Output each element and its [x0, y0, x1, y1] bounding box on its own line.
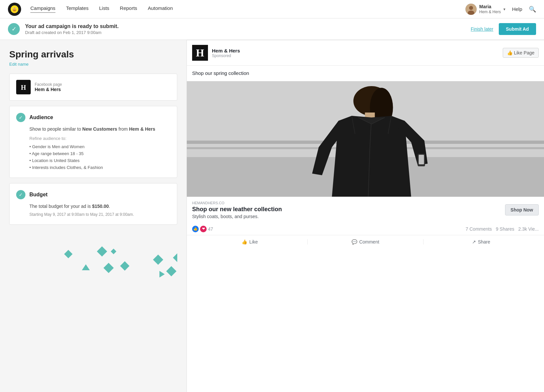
avatar	[465, 4, 477, 15]
refine-label: Refine audience to:	[29, 135, 170, 142]
fb-preview-sponsored: Sponsored	[212, 53, 503, 58]
budget-title: Budget	[29, 192, 48, 198]
budget-dates: Starting May 9, 2017 at 9:00am to May 21…	[29, 212, 170, 218]
like-page-button[interactable]: 👍 Like Page	[503, 48, 539, 58]
audience-card: ✓ Audience Show to people similar to New…	[9, 106, 177, 178]
fb-page-name-left: Hem & Hers	[35, 87, 62, 92]
reaction-stats: 7 Comments 9 Shares 2.3k Vie...	[466, 226, 539, 232]
fb-ad-url: HEMANDHERS.CO	[192, 201, 501, 205]
user-name: Maria	[479, 4, 501, 10]
diamond-6	[153, 254, 163, 265]
comment-label: Comment	[359, 239, 379, 245]
fb-preview-page-info: Hem & Hers Sponsored	[212, 48, 503, 58]
fb-reactions-row: 👍 ❤ 47 7 Comments 9 Shares 2.3k Vie...	[187, 223, 544, 235]
diamond-8	[166, 266, 176, 276]
comments-count: 7 Comments	[466, 226, 492, 232]
refine-interests: • Interests includes Clothes, & Fashion	[29, 164, 170, 171]
like-icon: 👍	[242, 239, 247, 245]
refine-gender: • Gender is Men and Women	[29, 144, 170, 150]
reaction-count: 47	[208, 226, 213, 232]
fb-ad-preview: H Hem & Hers Sponsored 👍 Like Page Shop …	[187, 40, 544, 392]
decorative-diamonds	[9, 238, 177, 291]
fb-page-info: Facebook page Hem & Hers	[35, 82, 62, 92]
audience-check-icon: ✓	[16, 113, 25, 122]
budget-card: ✓ Budget The total budget for your ad is…	[9, 183, 177, 225]
triangle-1	[159, 271, 165, 278]
audience-desc: Show to people similar to New Customers …	[29, 125, 170, 133]
submit-ad-button[interactable]: Submit Ad	[499, 23, 536, 35]
user-menu[interactable]: Maria Hem & Hers ▾	[465, 4, 505, 15]
fb-comment-button[interactable]: 💬 Comment	[308, 237, 423, 247]
logo[interactable]	[8, 3, 21, 16]
svg-text:H: H	[196, 47, 204, 59]
fb-preview-header: H Hem & Hers Sponsored 👍 Like Page	[187, 40, 544, 66]
audience-body: Show to people similar to New Customers …	[16, 125, 170, 171]
nav-links: Campaigns Templates Lists Reports Automa…	[30, 5, 465, 13]
fb-ad-desc: Stylish coats, boots, and purses.	[192, 214, 501, 219]
fb-ad-content-row: HEMANDHERS.CO Shop our new leather colle…	[187, 197, 544, 223]
reaction-icons: 👍 ❤ 47	[192, 226, 213, 232]
budget-header: ✓ Budget	[16, 190, 170, 199]
diamond-5	[120, 261, 129, 271]
svg-rect-21	[419, 155, 424, 164]
audience-title: Audience	[29, 114, 53, 120]
finish-later-button[interactable]: Finish later	[471, 26, 493, 32]
fb-page-label: Facebook page	[35, 82, 62, 87]
fb-preview-page-name: Hem & Hers	[212, 48, 503, 53]
svg-point-7	[469, 6, 473, 10]
check-icon: ✓	[8, 23, 20, 35]
budget-desc: The total budget for your ad is $150.00.	[29, 203, 170, 210]
diamond-4	[103, 263, 114, 273]
help-link[interactable]: Help	[512, 6, 522, 12]
share-label: Share	[478, 239, 490, 245]
fb-action-buttons: 👍 Like 💬 Comment ↗ Share	[187, 235, 544, 248]
navbar: Campaigns Templates Lists Reports Automa…	[0, 0, 544, 18]
nav-automation[interactable]: Automation	[148, 5, 173, 13]
diamond-1	[64, 250, 72, 258]
banner-actions: Finish later Submit Ad	[471, 23, 536, 35]
refine-location: • Location is United States	[29, 157, 170, 164]
triangle-2	[82, 264, 90, 270]
budget-body: The total budget for your ad is $150.00.…	[16, 203, 170, 218]
search-icon[interactable]: 🔍	[529, 6, 536, 13]
main-layout: Spring arrivals Edit name H Facebook pag…	[0, 40, 544, 392]
nav-right: Maria Hem & Hers ▾ Help 🔍	[465, 4, 536, 15]
nav-lists[interactable]: Lists	[99, 5, 109, 13]
fb-page-row: H Facebook page Hem & Hers	[16, 80, 170, 94]
diamond-7	[173, 253, 177, 262]
like-reaction-icon: 👍	[192, 226, 199, 232]
nav-templates[interactable]: Templates	[66, 5, 88, 13]
svg-point-5	[15, 8, 16, 9]
fb-ad-title: Shop our new leather collection	[192, 206, 501, 213]
shares-count: 9 Shares	[496, 226, 514, 232]
share-icon: ↗	[472, 239, 476, 245]
banner-title: Your ad campaign is ready to submit.	[25, 23, 465, 29]
banner-subtitle: Draft ad created on Feb 1, 2017 9:00am	[25, 30, 465, 35]
chevron-down-icon: ▾	[503, 7, 505, 12]
fb-share-button[interactable]: ↗ Share	[424, 237, 539, 247]
status-banner: ✓ Your ad campaign is ready to submit. D…	[0, 18, 544, 40]
budget-check-icon: ✓	[16, 190, 25, 199]
user-info: Maria Hem & Hers	[479, 4, 501, 15]
fb-preview-card: H Hem & Hers Sponsored 👍 Like Page Shop …	[187, 40, 544, 248]
diamond-2	[97, 246, 107, 256]
heart-reaction-icon: ❤	[200, 226, 207, 232]
fb-preview-image	[187, 81, 544, 197]
fb-preview-caption: Shop our spring collection	[187, 66, 544, 81]
svg-text:H: H	[21, 84, 26, 91]
fb-page-icon: H	[16, 80, 31, 94]
edit-name-link[interactable]: Edit name	[9, 62, 29, 67]
shop-now-button[interactable]: Shop Now	[505, 204, 539, 215]
nav-campaigns[interactable]: Campaigns	[30, 5, 55, 13]
views-count: 2.3k Vie...	[518, 226, 539, 232]
nav-reports[interactable]: Reports	[120, 5, 137, 13]
fb-like-button[interactable]: 👍 Like	[192, 237, 307, 247]
facebook-page-card: H Facebook page Hem & Hers	[9, 74, 177, 101]
banner-text: Your ad campaign is ready to submit. Dra…	[25, 23, 465, 35]
fb-ad-text: HEMANDHERS.CO Shop our new leather colle…	[192, 201, 501, 219]
diamond-3	[111, 248, 117, 254]
fb-preview-avatar: H	[192, 45, 208, 61]
audience-header: ✓ Audience	[16, 113, 170, 122]
user-company: Hem & Hers	[479, 10, 501, 15]
refine-age: • Age range between 18 - 35	[29, 150, 170, 157]
